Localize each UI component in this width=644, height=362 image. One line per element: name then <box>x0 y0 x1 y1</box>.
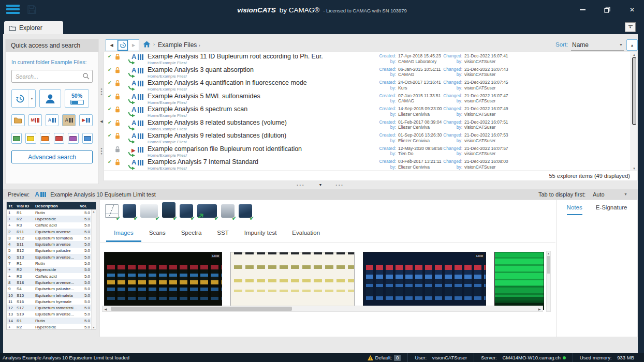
tab-e-signature[interactable]: E-Signature <box>596 204 627 215</box>
breadcrumb-home[interactable]: › <box>143 41 155 48</box>
sort-direction-button[interactable]: ▲ <box>626 39 638 51</box>
vial-table-row[interactable]: 13S19Equisetum arvense...5.0 <box>7 311 96 318</box>
color-filter-1-button[interactable] <box>25 133 36 144</box>
scroll-right-arrow[interactable]: ▶ <box>536 307 543 311</box>
vial-table-row[interactable]: 5S12Equisetum palustre5.0 <box>7 248 96 254</box>
list-scrollbar[interactable]: ▲▼ <box>631 52 637 171</box>
tab-first-dropdown-arrow[interactable]: ▼ <box>624 192 627 196</box>
method-filter-button[interactable]: M <box>28 114 42 126</box>
advanced-search-button[interactable]: Advanced search <box>11 150 93 163</box>
tab-notes[interactable]: Notes <box>567 204 582 215</box>
analysis-file-icon: A <box>128 106 144 116</box>
explorer-row[interactable]: ✔ A Example Analysis 5 MWL sulfonamides … <box>104 92 631 105</box>
step-check-icon: ✔ <box>155 215 160 222</box>
menu-icon[interactable] <box>6 5 20 15</box>
vial-table-row[interactable]: 3R12Equisetum telmateia5.0 <box>7 235 96 241</box>
plate-image-1[interactable]: HDR <box>104 252 222 310</box>
save-icon[interactable] <box>27 5 37 17</box>
vial-table-row[interactable]: +R3Caffeic acid5.0 <box>7 273 96 279</box>
explorer-row[interactable]: ✔ A Example Analysis 3 quant absorption … <box>104 66 631 79</box>
color-filter-2-button[interactable] <box>40 133 50 144</box>
tab-scans[interactable]: Scans <box>141 230 173 242</box>
plate-image-4[interactable] <box>494 252 544 310</box>
explorer-row[interactable]: ✔ A Example Analysis 6 spectrum scan Hom… <box>104 105 631 118</box>
vial-table-row[interactable]: 1R1Rutin5.0 <box>7 209 96 216</box>
folder-filter-button[interactable] <box>11 114 25 126</box>
comparison-filter-button[interactable]: ▶ <box>79 114 93 126</box>
instrument-step-7-icon[interactable]: ✔ <box>220 201 236 222</box>
analysis-file-icon: A <box>128 159 144 169</box>
app-title-suffix: by CAMAG® <box>280 6 319 14</box>
search-input[interactable] <box>11 70 93 83</box>
tab-images[interactable]: Images <box>106 230 141 242</box>
analysis-template-filter-button[interactable]: A <box>62 114 76 126</box>
close-button[interactable]: ✕ <box>628 6 636 13</box>
tab-list-dropdown-button[interactable]: ▼ <box>625 22 636 32</box>
vial-table-row[interactable]: +R2Hyperoside5.0 <box>7 216 96 222</box>
vial-table-row[interactable]: +R2Hyperoside5.0 <box>7 267 96 273</box>
back-button[interactable]: ◀ <box>106 40 117 51</box>
tab-first-dropdown[interactable]: Auto <box>593 191 605 198</box>
horizontal-splitter[interactable]: •••▼••• <box>3 182 638 188</box>
breadcrumb[interactable]: Example Files › <box>158 41 200 49</box>
vial-table-row[interactable]: 9S4Equisetum palustre...5.0 <box>7 286 96 292</box>
sort-dropdown[interactable]: Name ▼ <box>571 39 624 51</box>
tab-impurity-test[interactable]: Impurity test <box>237 230 285 242</box>
instrument-step-4-icon[interactable]: ✔ <box>161 201 177 222</box>
gallery-horizontal-scrollbar[interactable]: ◀ ▶ <box>102 306 543 312</box>
instrument-step-5-icon[interactable]: ✔ <box>179 201 194 222</box>
minimize-button[interactable] <box>579 6 586 13</box>
analysis-filter-button[interactable]: A <box>46 114 59 126</box>
color-filter-5-button[interactable] <box>82 133 93 144</box>
zoom-scale-button[interactable]: 50% <box>65 89 89 108</box>
vial-table-row[interactable]: 8S18Equisetum arvense...5.0 <box>7 279 96 285</box>
vial-table-row[interactable]: +R2Hyperoside5.0 <box>7 324 96 330</box>
collapse-preview-arrow[interactable]: ▼ <box>319 183 323 187</box>
validated-check-icon: ✔ <box>108 80 112 85</box>
zoom-toggle[interactable] <box>70 100 84 105</box>
history-dropdown-arrow[interactable]: ▼ <box>28 90 35 107</box>
scroll-left-arrow[interactable]: ◀ <box>103 307 109 311</box>
vial-table-row[interactable]: 6S13Equisetum arvense...5.0 <box>7 254 96 260</box>
panel-splitter[interactable]: ●●● ◀ ●●● <box>99 88 104 155</box>
color-filter-4-button[interactable] <box>68 133 78 144</box>
restore-button[interactable] <box>604 6 611 13</box>
vial-table-row[interactable]: 12S17Equisetum ramosissi...5.0 <box>7 305 96 311</box>
memory-status: Used memory: 933 MB <box>573 353 641 362</box>
tab-explorer[interactable]: Explorer <box>4 21 63 34</box>
explorer-row[interactable]: ✔ A Example Analysis 8 related substance… <box>104 118 631 132</box>
default-printer-status[interactable]: Default: 0 <box>361 353 408 362</box>
vial-table-row[interactable]: 2R11Equisetum arvense5.0 <box>7 229 96 235</box>
plate-image-3[interactable]: HDR <box>363 252 486 310</box>
step-check-icon: ✔ <box>173 215 178 222</box>
navigation-history-button[interactable] <box>117 40 128 51</box>
instrument-step-2-icon[interactable]: ✔ <box>122 201 137 222</box>
vial-table-row[interactable]: 7R1Rutin5.0 <box>7 260 96 266</box>
forward-button[interactable]: ▶ <box>128 40 139 51</box>
tab-sst[interactable]: SST <box>209 230 236 242</box>
color-filter-3-button[interactable] <box>54 133 64 144</box>
my-items-button[interactable] <box>39 89 61 108</box>
instrument-step-3-icon[interactable]: ✔ <box>139 201 159 222</box>
vial-table-row[interactable]: 11S16Equisetum hyemale5.0 <box>7 298 96 305</box>
instrument-step-8-icon[interactable]: ✔ <box>238 201 253 222</box>
vial-table-scrollbar[interactable]: ▲▼ <box>91 209 96 329</box>
recent-items-button[interactable]: ▼ <box>11 89 36 108</box>
tab-spectra[interactable]: Spectra <box>173 230 210 242</box>
collapse-panel-arrow[interactable]: ◀ <box>100 119 103 124</box>
instrument-step-6-icon[interactable]: ➔✔ <box>196 201 218 222</box>
explorer-row[interactable]: ✔ ▶ Example comparison file Bupleurum ro… <box>104 145 631 158</box>
plate-image-2[interactable] <box>230 252 355 310</box>
explorer-row[interactable]: ✔ A Example Analysis 9 related substance… <box>104 131 631 145</box>
explorer-row[interactable]: ✔ A Example Analysis 4 quantification in… <box>104 79 631 92</box>
instrument-step-1-icon[interactable]: ✔ <box>104 201 120 222</box>
gallery-vertical-scrollbar[interactable]: ▲ <box>546 251 551 312</box>
color-filter-0-button[interactable] <box>11 133 22 144</box>
vial-table-row[interactable]: +R3Caffeic acid5.0 <box>7 222 96 229</box>
vial-table-row[interactable]: 10S15Equisetum telmateia5.0 <box>7 292 96 298</box>
tab-evaluation[interactable]: Evaluation <box>284 230 328 242</box>
vial-table-row[interactable]: 14R1Rutin5.0 <box>7 318 96 324</box>
explorer-row[interactable]: ✔ A Example Analysis 11 ID Bupleurum roo… <box>104 52 631 66</box>
explorer-row[interactable]: ✔ A Examples Analysis 7 Internal Standar… <box>104 158 631 171</box>
vial-table-row[interactable]: 4S11Equisetum arvense5.0 <box>7 241 96 247</box>
